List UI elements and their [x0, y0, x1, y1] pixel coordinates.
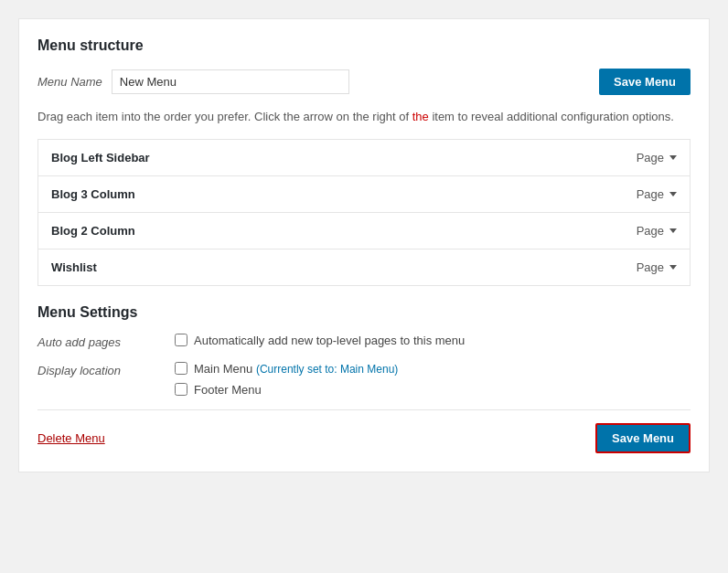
- main-menu-label: Main Menu (Currently set to: Main Menu): [194, 362, 398, 376]
- panel-title: Menu structure: [37, 37, 691, 54]
- chevron-down-icon: [669, 228, 677, 233]
- menu-item[interactable]: Blog 3 Column Page: [38, 176, 690, 213]
- menu-item-type-label: Page: [637, 187, 664, 201]
- drag-hint: Drag each item into the order you prefer…: [37, 108, 691, 126]
- menu-item-type-label: Page: [637, 260, 664, 274]
- chevron-down-icon: [669, 265, 677, 270]
- menu-item-name: Wishlist: [51, 260, 97, 274]
- delete-menu-link[interactable]: Delete Menu: [37, 431, 105, 445]
- auto-add-checkbox[interactable]: [175, 334, 187, 346]
- main-menu-checkbox[interactable]: [175, 362, 187, 375]
- chevron-down-icon: [669, 192, 677, 196]
- main-menu-currently-set: (Currently set to: Main Menu): [256, 363, 398, 376]
- menu-item-type: Page: [637, 224, 677, 238]
- footer-menu-checkbox-row: Footer Menu: [175, 383, 398, 397]
- menu-item[interactable]: Wishlist Page: [38, 249, 690, 285]
- display-location-label: Display location: [37, 362, 156, 377]
- auto-add-pages-row: Auto add pages Automatically add new top…: [37, 334, 691, 349]
- save-menu-button-bottom[interactable]: Save Menu: [595, 423, 691, 453]
- menu-item-name: Blog 3 Column: [51, 187, 135, 201]
- menu-item-type: Page: [637, 151, 677, 164]
- menu-item-type-label: Page: [637, 151, 664, 164]
- menu-item[interactable]: Blog Left Sidebar Page: [38, 140, 690, 176]
- settings-title: Menu Settings: [37, 304, 691, 321]
- menu-name-label: Menu Name: [37, 75, 102, 89]
- chevron-down-icon: [669, 155, 677, 160]
- menu-item[interactable]: Blog 2 Column Page: [38, 213, 690, 249]
- menu-name-row: Menu Name Save Menu: [37, 69, 691, 95]
- save-menu-button-top[interactable]: Save Menu: [599, 69, 691, 95]
- auto-add-content: Automatically add new top-level pages to…: [175, 334, 465, 347]
- auto-add-text: Automatically add new top-level pages to…: [194, 334, 465, 347]
- display-location-row: Display location Main Menu (Currently se…: [37, 362, 691, 397]
- menu-item-name: Blog Left Sidebar: [51, 151, 150, 164]
- footer-menu-checkbox[interactable]: [175, 383, 187, 396]
- main-menu-checkbox-row: Main Menu (Currently set to: Main Menu): [175, 362, 398, 376]
- footer-row: Delete Menu Save Menu: [37, 409, 691, 453]
- auto-add-checkbox-row: Automatically add new top-level pages to…: [175, 334, 465, 347]
- menu-items-container: Blog Left Sidebar Page Blog 3 Column Pag…: [37, 139, 691, 286]
- menu-name-input[interactable]: [112, 69, 349, 94]
- auto-add-label: Auto add pages: [37, 334, 156, 349]
- footer-menu-label: Footer Menu: [194, 383, 262, 397]
- menu-structure-panel: Menu structure Menu Name Save Menu Drag …: [18, 18, 710, 472]
- display-location-content: Main Menu (Currently set to: Main Menu) …: [175, 362, 398, 397]
- menu-item-name: Blog 2 Column: [51, 224, 135, 238]
- menu-item-type: Page: [637, 260, 677, 274]
- drag-hint-highlight: the: [412, 110, 429, 123]
- menu-name-left: Menu Name: [37, 69, 349, 94]
- menu-item-type-label: Page: [637, 224, 664, 238]
- menu-item-type: Page: [637, 187, 677, 201]
